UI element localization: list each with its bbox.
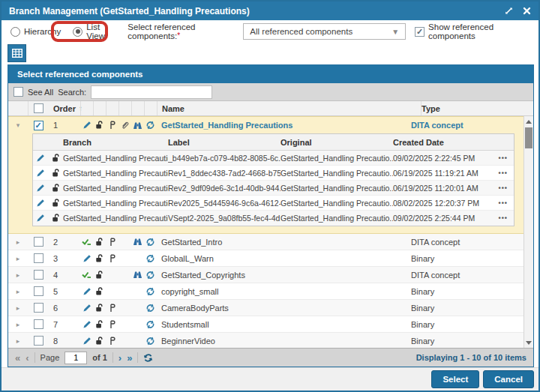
sync-icon[interactable] <box>144 337 157 346</box>
row-checkbox[interactable] <box>34 286 44 296</box>
lock-icon[interactable] <box>48 184 63 193</box>
name-cell[interactable]: Studentsmall <box>157 320 411 329</box>
branch-row[interactable]: GetStarted_Handling Precautio... Rev2_9d… <box>33 181 514 196</box>
row-checkbox[interactable] <box>34 270 44 280</box>
sync-icon[interactable] <box>144 320 157 329</box>
radio-hierarchy-circle[interactable] <box>10 27 20 37</box>
row-checkbox[interactable]: ✓ <box>34 121 44 130</box>
binoculars-icon[interactable] <box>131 238 144 246</box>
pencil-icon[interactable] <box>33 184 48 193</box>
lock-icon[interactable] <box>93 287 106 296</box>
row-checkbox[interactable] <box>34 253 44 263</box>
prev-page-button[interactable]: ‹ <box>26 353 28 363</box>
lock-icon[interactable] <box>48 214 63 223</box>
close-icon[interactable] <box>523 7 531 15</box>
next-page-button[interactable]: › <box>118 353 122 363</box>
name-cell[interactable]: GlobalL_Warn <box>157 254 411 263</box>
binoculars-icon[interactable] <box>131 121 144 130</box>
pencil-icon[interactable] <box>33 214 48 223</box>
name-cell[interactable]: GetStarted_Handling Precautions <box>157 121 411 130</box>
type-column-header[interactable]: Type <box>421 101 533 115</box>
expand-arrow-icon[interactable]: ▸ <box>8 337 28 345</box>
branch-icon[interactable] <box>106 254 118 263</box>
branch-icon[interactable] <box>106 304 118 313</box>
table-row[interactable]: ▸ 3 GlobalL_Warn Binary <box>8 250 524 267</box>
row-menu-ellipsis-icon[interactable]: ••• <box>498 169 514 177</box>
select-button[interactable]: Select <box>431 370 479 388</box>
refresh-icon[interactable] <box>143 353 153 363</box>
scroll-down-icon[interactable] <box>524 337 533 348</box>
radio-list-view[interactable]: List View <box>73 22 116 40</box>
row-menu-ellipsis-icon[interactable]: ••• <box>498 154 514 162</box>
sync-icon[interactable] <box>144 254 157 263</box>
select-all-checkbox[interactable] <box>34 103 44 113</box>
first-page-button[interactable]: « <box>15 353 20 363</box>
branch-icon[interactable] <box>106 337 118 346</box>
pencil-icon[interactable] <box>80 287 93 296</box>
pencil-icon[interactable] <box>80 121 93 130</box>
name-column-header[interactable]: Name <box>157 101 421 115</box>
table-row[interactable]: ▸ 5 copyright_small Binary <box>8 283 524 300</box>
sync-icon[interactable] <box>144 287 157 296</box>
row-checkbox[interactable] <box>34 303 44 313</box>
sync-icon[interactable] <box>144 304 157 313</box>
lock-icon[interactable] <box>93 320 106 329</box>
checkout-icon[interactable] <box>80 271 93 280</box>
expand-arrow-icon[interactable]: ▸ <box>8 255 28 262</box>
see-all-checkbox[interactable] <box>14 87 23 97</box>
scroll-up-icon[interactable] <box>524 116 533 127</box>
sync-icon[interactable] <box>144 271 157 280</box>
name-cell[interactable]: BeginnerVideo <box>157 337 411 346</box>
vertical-scrollbar[interactable] <box>524 116 533 348</box>
expand-arrow-icon[interactable]: ▸ <box>8 271 28 279</box>
expand-arrow-icon[interactable]: ▸ <box>8 321 28 328</box>
name-cell[interactable]: GetStarted_Copyrights <box>157 271 411 280</box>
table-row[interactable]: ▸ 2 GetStarted_Intro DITA concept <box>8 234 524 250</box>
table-row[interactable]: ▾ ✓ 1 GetStarted_Handling Precautions DI… <box>8 117 524 133</box>
search-input[interactable] <box>91 85 212 99</box>
branch-row[interactable]: GetStarted_Handling Precautio... Rev2025… <box>33 196 514 211</box>
checkout-icon[interactable] <box>80 238 93 247</box>
row-menu-ellipsis-icon[interactable]: ••• <box>498 184 514 192</box>
table-row[interactable]: ▸ 8 BeginnerVideo Binary <box>8 333 524 348</box>
page-number-input[interactable] <box>64 352 87 364</box>
show-referenced-checkbox-group[interactable]: ✓ Show referenced components <box>415 22 530 40</box>
pencil-icon[interactable] <box>33 199 48 208</box>
lock-icon[interactable] <box>93 238 106 247</box>
cancel-button[interactable]: Cancel <box>483 370 534 388</box>
branch-icon[interactable] <box>106 320 118 329</box>
radio-hierarchy[interactable]: Hierarchy <box>10 27 61 37</box>
name-cell[interactable]: GetStarted_Intro <box>157 238 411 247</box>
original-column-header[interactable]: Original <box>280 138 393 147</box>
see-all-label[interactable]: See All <box>28 88 53 97</box>
radio-hierarchy-label[interactable]: Hierarchy <box>24 27 61 36</box>
row-menu-ellipsis-icon[interactable]: ••• <box>498 214 514 222</box>
branch-icon[interactable] <box>106 238 118 247</box>
branch-column-header[interactable]: Branch <box>63 138 168 147</box>
row-checkbox[interactable] <box>34 319 44 329</box>
lock-icon[interactable] <box>48 169 63 178</box>
pencil-icon[interactable] <box>80 320 93 329</box>
branch-row[interactable]: GetStarted_Handling Precautio... VSept2-… <box>33 211 514 226</box>
branch-row[interactable]: GetStarted_Handling Precautio... _b449eb… <box>33 151 514 166</box>
radio-list-view-circle[interactable] <box>73 27 82 37</box>
expand-arrow-icon[interactable]: ▸ <box>8 304 28 312</box>
lock-icon[interactable] <box>93 337 106 346</box>
label-column-header[interactable]: Label <box>168 138 280 147</box>
lock-icon[interactable] <box>93 121 106 130</box>
sync-icon[interactable] <box>144 121 157 130</box>
row-checkbox[interactable] <box>34 237 44 247</box>
paperclip-icon[interactable] <box>118 121 131 130</box>
pencil-icon[interactable] <box>33 154 48 163</box>
referenced-components-dropdown[interactable]: All referenced components ▼ <box>243 23 406 40</box>
table-row[interactable]: ▸ 7 Studentsmall Binary <box>8 316 524 333</box>
sync-icon[interactable] <box>144 238 157 247</box>
show-referenced-checkbox[interactable]: ✓ <box>415 27 424 37</box>
lock-icon[interactable] <box>48 199 63 208</box>
binoculars-icon[interactable] <box>131 271 144 279</box>
created-date-column-header[interactable]: Created Date <box>393 138 498 147</box>
pencil-icon[interactable] <box>80 337 93 346</box>
lock-icon[interactable] <box>93 271 106 280</box>
order-column-header[interactable]: Order↑ <box>49 101 80 115</box>
expand-icon[interactable] <box>504 6 514 16</box>
